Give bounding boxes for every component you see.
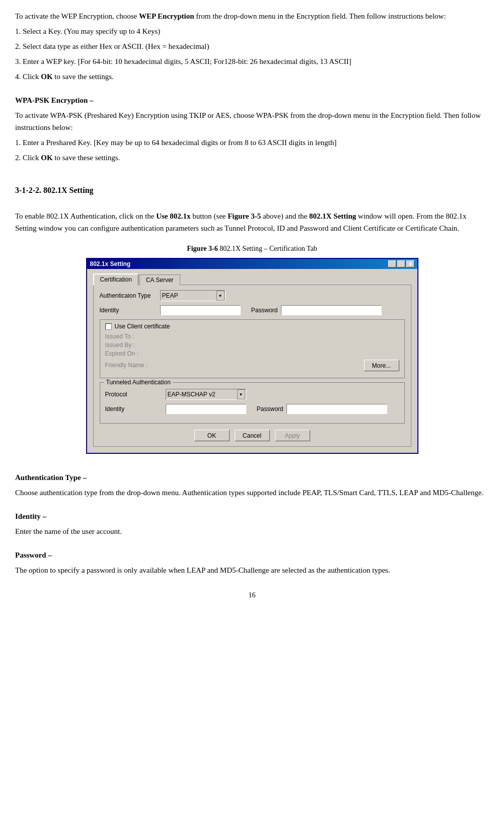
tab-ca-server[interactable]: CA Server <box>139 275 180 285</box>
page-footer: 16 <box>15 591 489 599</box>
wpa-step1: 1. Enter a Preshared Key. [Key may be up… <box>15 136 489 149</box>
auth-type-select[interactable]: PEAP TLS/Smart Card TTLS LEAP MD5-Challe… <box>160 290 226 301</box>
use-802-bold: Use 802.1x <box>156 212 190 220</box>
auth-type-select-wrapper: PEAP TLS/Smart Card TTLS LEAP MD5-Challe… <box>160 290 226 301</box>
dialog-title: 802.1x Setting <box>90 260 131 267</box>
tunneled-password-input[interactable] <box>286 404 387 414</box>
wpa-step2: 2. Click OK to save these settings. <box>15 152 489 164</box>
identity-label: Identity <box>100 307 160 314</box>
minimize-button[interactable]: _ <box>388 260 396 267</box>
apply-button[interactable]: Apply <box>275 430 310 441</box>
password-label: Password <box>241 307 281 314</box>
auth-type-section-title: Authentication Type – <box>15 471 489 484</box>
identity-section-title: Identity – <box>15 510 489 522</box>
issued-by-row: Issued By : <box>105 342 399 349</box>
cancel-button[interactable]: Cancel <box>235 430 270 441</box>
dialog-802-1x: 802.1x Setting _ □ ✕ Certification CA Se… <box>86 258 418 454</box>
step4: 4. Click OK to save the settings. <box>15 71 489 83</box>
use-cert-label: Use Client certificate <box>115 323 170 330</box>
tunneled-identity-input[interactable] <box>166 404 246 414</box>
wpa-title: WPA-PSK Encryption – <box>15 94 489 106</box>
client-cert-group: Use Client certificate Issued To : Issue… <box>100 319 405 378</box>
protocol-label: Protocol <box>105 391 166 398</box>
maximize-button[interactable]: □ <box>397 260 405 267</box>
password-input[interactable] <box>281 305 382 315</box>
dialog-titlebar: 802.1x Setting _ □ ✕ <box>87 259 417 269</box>
figure-caption-bold: Figure 3-6 <box>187 245 218 252</box>
auth-type-row: Authenticaion Type PEAP TLS/Smart Card T… <box>100 290 405 301</box>
page-number: 16 <box>249 591 256 599</box>
section-title: 3-1-2-2. 802.1X Setting <box>15 184 489 196</box>
issued-by-label: Issued By : <box>105 342 156 349</box>
use-cert-checkbox[interactable] <box>105 323 112 330</box>
use-cert-row: Use Client certificate <box>105 323 399 330</box>
figure-caption: Figure 3-6 802.1X Setting – Certificatio… <box>15 243 489 254</box>
dialog-body: Certification CA Server Authenticaion Ty… <box>87 269 417 453</box>
close-button[interactable]: ✕ <box>406 260 414 267</box>
auth-type-label: Authenticaion Type <box>100 292 160 299</box>
titlebar-buttons: _ □ ✕ <box>388 260 414 267</box>
figure-ref-bold: Figure 3-5 <box>228 212 261 220</box>
step2: 2. Select data type as either Hex or ASC… <box>15 40 489 52</box>
identity-password-row: Identity Password <box>100 305 405 315</box>
tab-certification[interactable]: Certification <box>93 274 138 285</box>
tunneled-identity-password-row: Identity Password <box>105 404 399 414</box>
tab-bar: Certification CA Server <box>93 273 411 285</box>
wep-bold: WEP Encryption <box>139 12 194 20</box>
more-button[interactable]: More... <box>364 360 399 371</box>
intro-para1: To activate the WEP Encryption, choose W… <box>15 10 489 22</box>
friendly-name-row: Friendly Name : More... <box>105 359 399 371</box>
figure-caption-rest: 802.1X Setting – Certification Tab <box>218 245 317 252</box>
protocol-row: Protocol EAP-MSCHAP v2 CHAP PAP ▼ <box>105 389 399 400</box>
dialog-container: 802.1x Setting _ □ ✕ Certification CA Se… <box>15 258 489 454</box>
page-content: To activate the WEP Encryption, choose W… <box>15 10 489 599</box>
identity-input[interactable] <box>160 305 241 315</box>
tunneled-password-label: Password <box>246 405 286 413</box>
protocol-select-wrapper: EAP-MSCHAP v2 CHAP PAP ▼ <box>166 389 246 400</box>
password-section-text: The option to specify a password is only… <box>15 564 489 576</box>
issued-to-row: Issued To : <box>105 333 399 340</box>
ok-bold-2: OK <box>41 154 52 162</box>
tunneled-group-label: Tunneled Authentication <box>104 379 173 386</box>
step3: 3. Enter a WEP key. [For 64-bit: 10 hexa… <box>15 55 489 67</box>
dialog-button-row: OK Cancel Apply <box>100 430 405 441</box>
wpa-para: To activate WPA-PSK (Preshared Key) Encr… <box>15 109 489 133</box>
tunneled-identity-label: Identity <box>105 405 166 413</box>
step1: 1. Select a Key. (You may specify up to … <box>15 25 489 37</box>
password-section-title: Password – <box>15 549 489 561</box>
ok-bold-1: OK <box>41 73 52 81</box>
auth-type-section-text: Choose authentication type from the drop… <box>15 487 489 499</box>
issued-to-label: Issued To : <box>105 333 156 340</box>
expired-on-row: Expired On : <box>105 350 399 357</box>
body-text: To enable 802.1X Authentication, click o… <box>15 210 489 234</box>
identity-section-text: Enter the name of the user account. <box>15 525 489 537</box>
tunneled-auth-group: Tunneled Authentication Protocol EAP-MSC… <box>100 382 405 424</box>
setting-bold: 802.1X Setting <box>309 212 356 220</box>
ok-button[interactable]: OK <box>194 430 230 441</box>
protocol-select[interactable]: EAP-MSCHAP v2 CHAP PAP <box>166 389 246 400</box>
tab-content: Authenticaion Type PEAP TLS/Smart Card T… <box>93 285 411 447</box>
expired-on-label: Expired On : <box>105 350 156 357</box>
friendly-name-label: Friendly Name : <box>105 362 156 369</box>
